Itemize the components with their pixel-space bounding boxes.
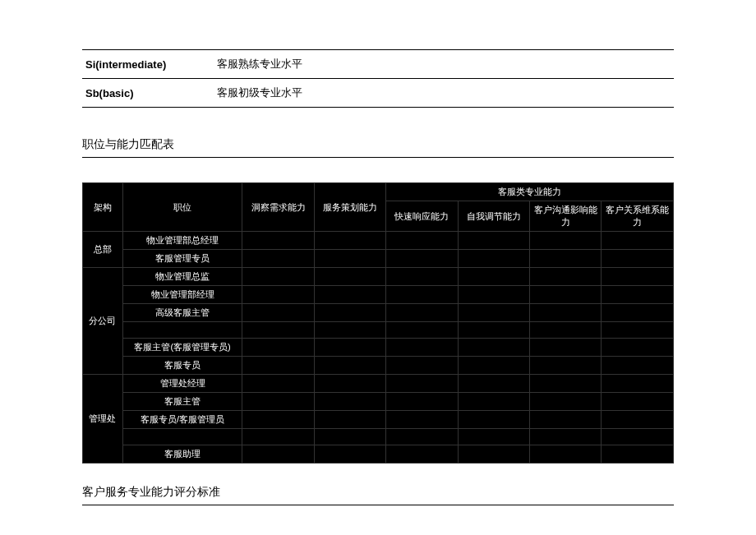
cap-cell [314, 429, 385, 445]
cap-cell [458, 250, 529, 268]
level-definitions-table: Si(intermediate) 客服熟练专业水平 Sb(basic) 客服初级… [82, 49, 674, 108]
cap-cell [530, 445, 602, 464]
cap-cell [458, 322, 529, 339]
cap-cell [314, 250, 385, 268]
cap-cell [314, 322, 385, 339]
cap-cell [242, 393, 314, 411]
cap-cell [314, 357, 385, 375]
cap-cell [386, 375, 458, 393]
cap-cell [386, 339, 458, 357]
cap-cell [458, 429, 529, 445]
matrix-row: 客服管理专员 [83, 250, 674, 268]
cap-cell [386, 445, 458, 464]
cap-cell [314, 339, 385, 357]
cap-cell [242, 232, 314, 250]
cap-cell [458, 445, 529, 464]
position-cell: 客服管理专员 [122, 250, 242, 268]
header-org: 架构 [83, 183, 123, 232]
cap-cell [242, 375, 314, 393]
cap-cell [314, 232, 385, 250]
cap-cell [386, 250, 458, 268]
cap-cell [386, 429, 458, 445]
matrix-row [83, 429, 674, 445]
cap-cell [242, 286, 314, 304]
position-cell [122, 429, 242, 445]
cap-cell [602, 375, 674, 393]
cap-cell [602, 393, 674, 411]
cap-cell [242, 250, 314, 268]
level-code: Sb(basic) [82, 79, 214, 108]
cap-cell [530, 304, 602, 322]
cap-cell [530, 268, 602, 286]
header-cap-3: 自我调节能力 [458, 201, 529, 232]
cap-cell [602, 445, 674, 464]
header-position: 职位 [122, 183, 242, 232]
cap-cell [602, 339, 674, 357]
cap-cell [530, 232, 602, 250]
cap-cell [314, 304, 385, 322]
cap-cell [458, 375, 529, 393]
cap-cell [242, 322, 314, 339]
cap-cell [242, 357, 314, 375]
matrix-row: 客服主管 [83, 393, 674, 411]
matrix-row: 总部 物业管理部总经理 [83, 232, 674, 250]
cap-cell [458, 411, 529, 429]
cap-cell [530, 411, 602, 429]
org-cell: 总部 [83, 232, 123, 268]
matrix-row: 客服主管(客服管理专员) [83, 339, 674, 357]
cap-cell [530, 375, 602, 393]
matrix-row: 物业管理部经理 [83, 286, 674, 304]
cap-cell [458, 304, 529, 322]
level-code: Si(intermediate) [82, 50, 214, 79]
cap-cell [386, 232, 458, 250]
org-cell: 管理处 [83, 375, 123, 464]
cap-cell [458, 286, 529, 304]
cap-cell [242, 304, 314, 322]
matrix-row [83, 322, 674, 339]
cap-cell [530, 322, 602, 339]
cap-cell [386, 411, 458, 429]
position-cell: 高级客服主管 [122, 304, 242, 322]
cap-cell [458, 357, 529, 375]
cap-cell [602, 322, 674, 339]
position-cell: 客服主管 [122, 393, 242, 411]
cap-cell [458, 393, 529, 411]
header-cap-5: 客户关系维系能力 [602, 201, 674, 232]
cap-cell [602, 286, 674, 304]
section-title-scoring: 客户服务专业能力评分标准 [82, 480, 674, 505]
header-cap-2: 快速响应能力 [386, 201, 458, 232]
header-cap-1: 服务策划能力 [314, 183, 385, 232]
level-row: Si(intermediate) 客服熟练专业水平 [82, 50, 674, 79]
cap-cell [602, 411, 674, 429]
cap-cell [242, 268, 314, 286]
org-cell: 分公司 [83, 268, 123, 375]
matrix-row: 客服专员/客服管理员 [83, 411, 674, 429]
matrix-header-row-1: 架构 职位 洞察需求能力 服务策划能力 客服类专业能力 [83, 183, 674, 201]
cap-cell [386, 286, 458, 304]
position-cell: 物业管理部总经理 [122, 232, 242, 250]
cap-cell [602, 357, 674, 375]
header-cap-4: 客户沟通影响能力 [530, 201, 602, 232]
cap-cell [242, 429, 314, 445]
level-row: Sb(basic) 客服初级专业水平 [82, 79, 674, 108]
cap-cell [386, 393, 458, 411]
cap-cell [242, 445, 314, 464]
position-cell: 管理处经理 [122, 375, 242, 393]
matrix-row: 分公司 物业管理总监 [83, 268, 674, 286]
cap-cell [386, 322, 458, 339]
position-cell: 客服主管(客服管理专员) [122, 339, 242, 357]
cap-cell [530, 250, 602, 268]
level-desc: 客服熟练专业水平 [214, 50, 674, 79]
position-cell: 物业管理部经理 [122, 286, 242, 304]
position-cell: 客服专员 [122, 357, 242, 375]
cap-cell [530, 286, 602, 304]
cap-cell [530, 429, 602, 445]
header-group: 客服类专业能力 [386, 183, 674, 201]
matrix-row: 高级客服主管 [83, 304, 674, 322]
cap-cell [458, 232, 529, 250]
cap-cell [602, 232, 674, 250]
level-desc: 客服初级专业水平 [214, 79, 674, 108]
cap-cell [602, 250, 674, 268]
cap-cell [602, 304, 674, 322]
cap-cell [602, 268, 674, 286]
